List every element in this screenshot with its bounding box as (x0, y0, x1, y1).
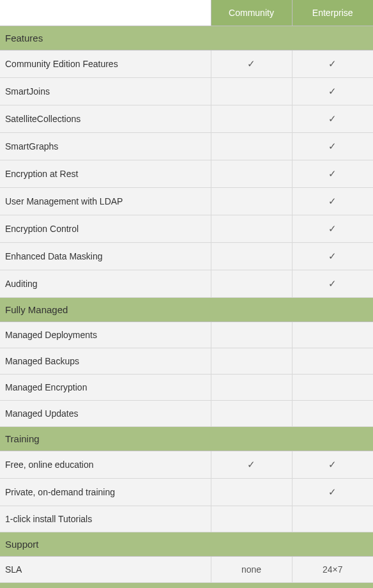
section-title: Support (0, 532, 373, 557)
column-header: Community (211, 0, 292, 26)
row-label: User Management with LDAP (0, 188, 211, 215)
table-row: SmartJoins✓ (0, 78, 373, 105)
row-cell: ✓ (292, 215, 373, 243)
row-cell: ✓ (292, 243, 373, 270)
row-cell: ✓ (292, 270, 373, 298)
row-cell: ✓ (292, 50, 373, 78)
check-icon: ✓ (247, 58, 255, 69)
table-row: SatelliteCollections✓ (0, 105, 373, 133)
row-cell: ✓ (292, 133, 373, 160)
empty-corner (0, 0, 211, 26)
section-header: Support (0, 532, 373, 557)
table-row: Encryption at Rest✓ (0, 160, 373, 188)
row-cell: ✓ (292, 451, 373, 479)
row-cell: ✓ (292, 160, 373, 188)
table-row: Enhanced Data Masking✓ (0, 243, 373, 270)
section-title: Features (0, 26, 373, 50)
check-icon: ✓ (328, 459, 337, 470)
check-icon: ✓ (328, 196, 337, 206)
comparison-table: Community Enterprise FeaturesCommunity E… (0, 0, 373, 588)
row-label: Managed Backups (0, 348, 211, 375)
row-cell: none (211, 557, 292, 583)
check-icon: ✓ (328, 86, 337, 97)
row-label: Managed Updates (0, 401, 211, 427)
row-cell (211, 270, 292, 298)
row-cell (292, 401, 373, 427)
row-cell (211, 188, 292, 215)
check-icon: ✓ (328, 113, 337, 124)
table-row: Managed Backups (0, 348, 373, 375)
row-label: Community Edition Features (0, 50, 211, 78)
row-label: Encryption Control (0, 215, 211, 243)
row-cell (211, 348, 292, 375)
row-label: SLA (0, 557, 211, 583)
row-label: Encryption at Rest (0, 160, 211, 188)
column-header-row: Community Enterprise (0, 0, 373, 26)
row-cell (292, 322, 373, 348)
row-cell (292, 506, 373, 532)
row-cell (211, 133, 292, 160)
row-cell (211, 105, 292, 133)
table-row: Managed Updates (0, 401, 373, 427)
row-cell (211, 322, 292, 348)
row-label: Enhanced Data Masking (0, 243, 211, 270)
row-label: SmartJoins (0, 78, 211, 105)
row-cell (211, 401, 292, 427)
check-icon: ✓ (328, 251, 337, 261)
table-row: Managed Deployments (0, 322, 373, 348)
table-row: Free, online education✓✓ (0, 451, 373, 479)
row-cell (211, 243, 292, 270)
check-icon: ✓ (328, 168, 337, 179)
row-cell (211, 78, 292, 105)
section-title: Training (0, 427, 373, 451)
table-row: SLAnone24×7 (0, 557, 373, 583)
section-header: License (0, 583, 373, 589)
row-cell (292, 375, 373, 401)
row-cell: 24×7 (292, 557, 373, 583)
check-icon: ✓ (247, 459, 255, 470)
table-row: Encryption Control✓ (0, 215, 373, 243)
row-label: Free, online education (0, 451, 211, 479)
table-row: Auditing✓ (0, 270, 373, 298)
table-row: SmartGraphs✓ (0, 133, 373, 160)
check-icon: ✓ (328, 58, 337, 69)
row-cell (211, 506, 292, 532)
column-header: Enterprise (292, 0, 373, 26)
section-title: Fully Managed (0, 298, 373, 322)
row-cell: ✓ (211, 50, 292, 78)
row-label: SmartGraphs (0, 133, 211, 160)
check-icon: ✓ (328, 141, 337, 151)
table-row: 1-click install Tutorials (0, 506, 373, 532)
row-label: Managed Encryption (0, 375, 211, 401)
row-cell: ✓ (211, 451, 292, 479)
check-icon: ✓ (328, 486, 337, 497)
table-row: Community Edition Features✓✓ (0, 50, 373, 78)
row-label: Auditing (0, 270, 211, 298)
section-header: Training (0, 427, 373, 451)
row-cell (211, 215, 292, 243)
row-label: 1-click install Tutorials (0, 506, 211, 532)
row-label: Managed Deployments (0, 322, 211, 348)
row-cell (292, 348, 373, 375)
check-icon: ✓ (328, 278, 337, 289)
section-header: Features (0, 26, 373, 50)
table-row: Managed Encryption (0, 375, 373, 401)
row-label: Private, on-demand training (0, 479, 211, 506)
row-label: SatelliteCollections (0, 105, 211, 133)
section-header: Fully Managed (0, 298, 373, 322)
table-row: User Management with LDAP✓ (0, 188, 373, 215)
section-title: License (0, 583, 373, 589)
row-cell: ✓ (292, 479, 373, 506)
row-cell: ✓ (292, 188, 373, 215)
row-cell: ✓ (292, 78, 373, 105)
row-cell (211, 479, 292, 506)
table-row: Private, on-demand training✓ (0, 479, 373, 506)
check-icon: ✓ (328, 223, 337, 234)
row-cell (211, 160, 292, 188)
row-cell (211, 375, 292, 401)
row-cell: ✓ (292, 105, 373, 133)
